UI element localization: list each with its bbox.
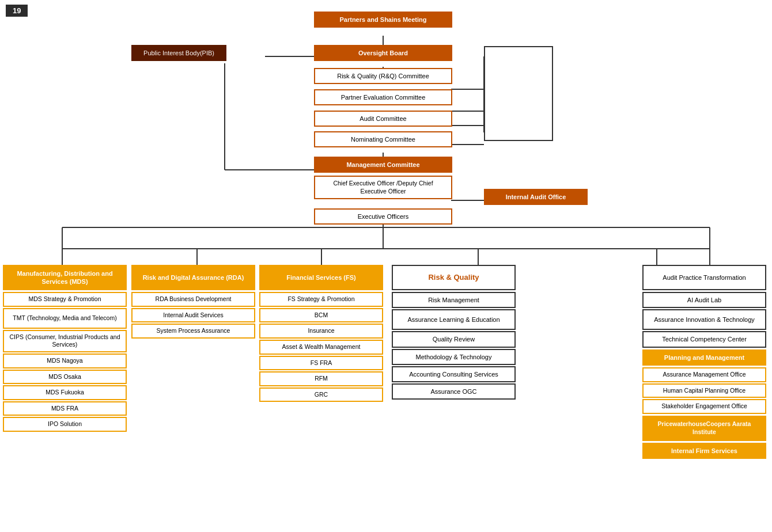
internal-audit-office-box: Internal Audit Office <box>484 189 588 205</box>
nominating-committee-box: Nominating Committee <box>314 131 452 147</box>
partner-eval-box: Partner Evaluation Committee <box>314 89 452 105</box>
fs-column: Financial Services (FS) FS Strategy & Pr… <box>259 265 383 402</box>
rda-column: Risk and Digital Assurance (RDA) RDA Bus… <box>131 265 255 339</box>
mds-column: Manufacturing, Distribution and Services… <box>3 265 127 432</box>
rq-committee-box: Risk & Quality (R&Q) Committee <box>314 68 452 84</box>
management-committee-box: Management Committee <box>314 157 452 173</box>
pib-box: Public Interest Body(PIB) <box>131 45 226 61</box>
apt-column: Audit Practice Transformation AI Audit L… <box>642 265 766 459</box>
rq-bracket-box <box>484 46 553 141</box>
page-title: 19 <box>6 5 28 17</box>
ceo-box: Chief Executive Officer /Deputy Chief Ex… <box>314 176 452 199</box>
rq-bottom-column: Risk & Quality Risk Management Assurance… <box>392 265 516 400</box>
exec-officers-box: Executive Officers <box>314 208 452 225</box>
audit-committee-box: Audit Committee <box>314 111 452 127</box>
oversight-board-box: Oversight Board <box>314 45 452 61</box>
partners-meeting-box: Partners and Shains Meeting <box>314 12 452 28</box>
org-chart: 19 Partners and Shains Meeting Public In… <box>0 0 772 532</box>
